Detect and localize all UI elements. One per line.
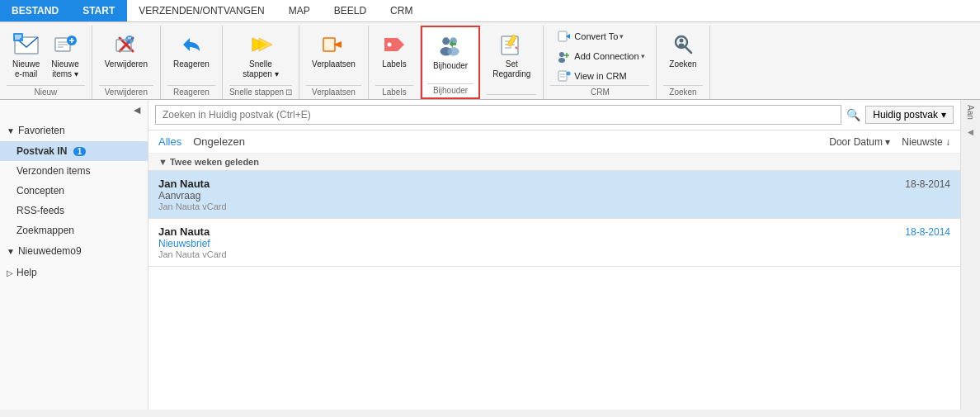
svg-rect-39 xyxy=(558,71,567,81)
tab-beeld[interactable]: BEELD xyxy=(323,0,379,21)
labels-group-label: Labels xyxy=(375,85,413,99)
sidebar: ◄ ▼ Favorieten Postvak IN 1 Verzonden it… xyxy=(0,100,148,410)
email-item-0[interactable]: Jan Nauta 18-8-2014 Aanvraag Jan Nauta v… xyxy=(148,171,960,219)
zoeken-button[interactable]: Zoeken xyxy=(663,27,702,73)
reageren-button[interactable]: Reageren xyxy=(167,27,215,73)
search-icon[interactable]: 🔍 xyxy=(846,108,860,121)
verwijderen-button[interactable]: Verwijderen xyxy=(99,27,153,73)
bijhouder-group-label: Bijhouder xyxy=(427,83,474,97)
search-scope-selector[interactable]: Huidig postvak ▾ xyxy=(865,106,954,124)
convert-to-label: Convert To xyxy=(574,31,618,41)
reageren-label: Reageren xyxy=(173,59,210,69)
filter-bar: Alles Ongelezen Door Datum ▾ Nieuwste ↓ xyxy=(148,130,960,154)
crm-items: Convert To ▾ Add Connection xyxy=(550,27,649,85)
email-meta-1: Jan Nauta vCard xyxy=(158,249,950,259)
svg-point-45 xyxy=(680,39,684,43)
scope-dropdown-icon: ▾ xyxy=(941,109,946,121)
email-meta-0: Jan Nauta vCard xyxy=(158,201,950,211)
ribbon-group-nieuw: Nieuwee-mail Nieuwe xyxy=(0,26,92,99)
ribbon-body: Nieuwee-mail Nieuwe xyxy=(0,22,980,100)
verplaatsen-group-label: Verplaatsen xyxy=(306,85,361,99)
filter-sort-label: Door Datum xyxy=(829,136,883,148)
add-connection-button[interactable]: Add Connection ▾ xyxy=(554,47,649,65)
search-bar: 🔍 Huidig postvak ▾ xyxy=(148,100,960,130)
verwijderen-label: Verwijderen xyxy=(105,59,148,69)
nieuwe-email-label: Nieuwee-mail xyxy=(12,59,40,79)
email-section-header: ▼ Twee weken geleden xyxy=(148,154,960,171)
bijhouder-button[interactable]: Bijhouder xyxy=(427,29,474,75)
sidebar-item-zoekmappen[interactable]: Zoekmappen xyxy=(0,220,148,240)
view-in-crm-button[interactable]: View in CRM xyxy=(554,67,649,85)
ribbon-group-reageren: Reageren Reageren xyxy=(161,26,223,99)
verplaatsen-label: Verplaatsen xyxy=(312,59,356,69)
sidebar-section-nieuwedemo[interactable]: ▼ Nieuwedemo9 xyxy=(0,240,148,262)
right-panel: Aan ◄ xyxy=(960,100,980,410)
sidebar-item-verzonden[interactable]: Verzonden items xyxy=(0,161,148,181)
filter-all-button[interactable]: Alles xyxy=(158,135,181,148)
set-regarding-button[interactable]: SetRegarding xyxy=(487,27,536,83)
labels-button[interactable]: Labels xyxy=(375,27,413,73)
reageren-items: Reageren xyxy=(167,27,215,85)
zoeken-label: Zoeken xyxy=(669,59,696,69)
nieuwe-items-button[interactable]: Nieuweitems ▾ xyxy=(45,27,84,83)
verplaatsen-button[interactable]: Verplaatsen xyxy=(306,27,361,73)
right-panel-arrow-icon[interactable]: ◄ xyxy=(966,126,976,138)
search-ribbon-icon xyxy=(670,31,696,58)
set-regarding-items: SetRegarding xyxy=(487,27,536,94)
sidebar-item-postvak[interactable]: Postvak IN 1 xyxy=(0,141,148,161)
snelle-stappen-items: Snellestappen ▾ xyxy=(237,27,284,85)
zoeken-items: Zoeken xyxy=(663,27,702,85)
sidebar-item-concepten[interactable]: Concepten xyxy=(0,181,148,201)
svg-point-42 xyxy=(567,72,571,76)
ribbon-group-crm: Convert To ▾ Add Connection xyxy=(544,26,657,99)
filter-newest-button[interactable]: Nieuwste ↓ xyxy=(902,136,950,148)
snelle-stappen-expand-icon[interactable]: ⊡ xyxy=(285,88,292,97)
tab-bestand[interactable]: BESTAND xyxy=(0,0,71,21)
ribbon-group-set-regarding: SetRegarding xyxy=(480,26,544,99)
filter-unread-button[interactable]: Ongelezen xyxy=(193,135,245,148)
ribbon: BESTAND START VERZENDEN/ONTVANGEN MAP BE… xyxy=(0,0,980,100)
tab-start[interactable]: START xyxy=(71,0,127,21)
convert-to-dropdown-icon[interactable]: ▾ xyxy=(620,32,624,40)
tab-map[interactable]: MAP xyxy=(277,0,323,21)
nieuw-items: Nieuwee-mail Nieuwe xyxy=(7,27,85,85)
sidebar-item-rss[interactable]: RSS-feeds xyxy=(0,201,148,220)
filter-sort-button[interactable]: Door Datum ▾ xyxy=(829,136,890,148)
tab-verzenden[interactable]: VERZENDEN/ONTVANGEN xyxy=(127,0,276,21)
quick-steps-icon xyxy=(247,31,274,58)
sidebar-section-favorieten[interactable]: ▼ Favorieten xyxy=(0,120,148,141)
set-regarding-icon xyxy=(498,31,525,58)
sidebar-collapse-button[interactable]: ◄ xyxy=(0,100,148,120)
svg-rect-33 xyxy=(558,31,567,41)
search-input[interactable] xyxy=(155,105,841,125)
ribbon-group-verplaatsen: Verplaatsen Verplaatsen xyxy=(299,26,369,99)
email-date-0: 18-8-2014 xyxy=(905,178,950,190)
convert-to-button[interactable]: Convert To ▾ xyxy=(554,27,649,45)
ribbon-group-snelle-stappen: Snellestappen ▾ Snelle stappen ⊡ xyxy=(223,26,299,99)
email-item-1[interactable]: Jan Nauta 18-8-2014 Nieuwsbrief Jan Naut… xyxy=(148,219,960,267)
nieuwe-email-button[interactable]: Nieuwee-mail xyxy=(7,27,45,83)
verwijderen-group-label: Verwijderen xyxy=(99,85,153,99)
svg-point-21 xyxy=(387,43,391,47)
new-items-icon xyxy=(52,31,78,58)
verplaatsen-items: Verplaatsen xyxy=(306,27,361,85)
tab-crm[interactable]: CRM xyxy=(379,0,425,21)
ribbon-tabs: BESTAND START VERZENDEN/ONTVANGEN MAP BE… xyxy=(0,0,980,22)
svg-rect-19 xyxy=(323,38,335,51)
reageren-group-label: Reageren xyxy=(167,85,215,99)
email-row-1: Jan Nauta 18-8-2014 xyxy=(158,225,950,238)
email-sender-1: Jan Nauta xyxy=(158,225,210,238)
add-connection-dropdown-icon[interactable]: ▾ xyxy=(641,52,645,60)
set-regarding-label: SetRegarding xyxy=(492,59,530,79)
snelle-stappen-group-label: Snelle stappen ⊡ xyxy=(229,85,292,99)
convert-icon xyxy=(558,30,571,43)
bijhouder-label: Bijhouder xyxy=(433,61,468,71)
move-icon xyxy=(320,31,346,58)
reply-icon xyxy=(178,31,205,58)
ribbon-group-labels: Labels Labels xyxy=(369,26,421,99)
snelle-stappen-button[interactable]: Snellestappen ▾ xyxy=(237,27,284,83)
sidebar-section-help[interactable]: ▷ Help xyxy=(0,262,148,283)
crm-group-label: CRM xyxy=(550,85,649,99)
view-crm-icon xyxy=(558,69,571,83)
postvak-badge: 1 xyxy=(73,147,87,156)
